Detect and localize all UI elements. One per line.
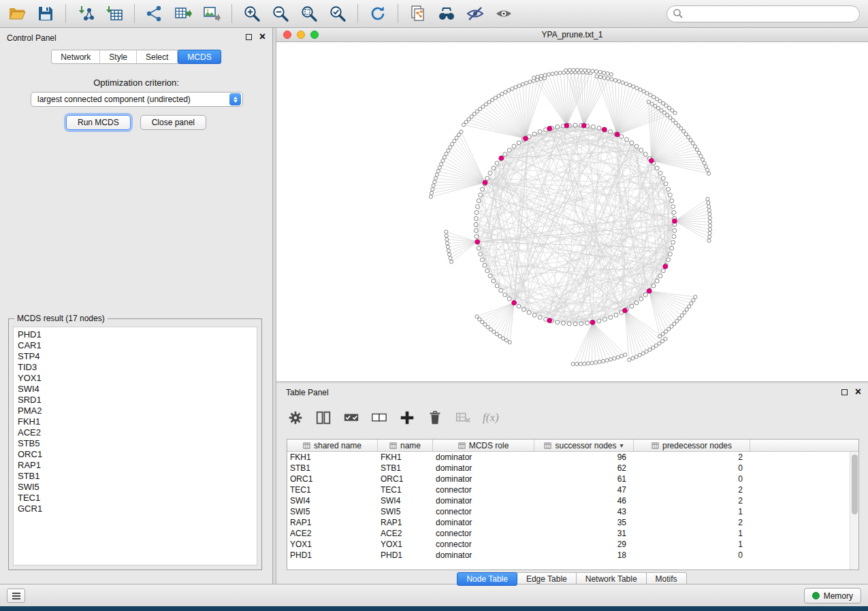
hide-graphics-details-icon[interactable] [466,5,484,22]
column-header-predecessor-nodes[interactable]: predecessor nodes [634,440,750,451]
cell-successor-nodes: 47 [534,484,634,495]
show-panels-button[interactable] [7,589,25,603]
column-header-successor-nodes[interactable]: successor nodes▾ [534,440,634,451]
table-row[interactable]: SWI4 SWI4 dominator 46 2 [287,495,858,506]
mcds-result-item[interactable]: SWI4 [14,384,257,395]
mcds-result-list: PHD1CAR1STP4TID3YOX1SWI4SRD1PMA2FKH1ACE2… [13,327,257,565]
panels-list-icon [12,593,20,599]
table-row[interactable]: YOX1 YOX1 connector 29 1 [287,539,858,550]
close-window-icon[interactable] [283,31,291,39]
table-body: FKH1 FKH1 dominator 96 2 STB1 STB1 domin… [287,452,858,561]
float-panel-icon[interactable] [246,34,252,40]
cell-shared-name: SWI5 [287,506,378,517]
toolbar-separator [134,4,135,23]
table-panel: Table Panel × f(x) shared name name MCDS… [276,383,868,584]
network-window-titlebar[interactable]: YPA_prune.txt_1 [276,28,868,42]
table-row[interactable]: ACE2 ACE2 connector 31 1 [287,528,858,539]
mcds-result-item[interactable]: SWI5 [14,482,257,493]
tab-mcds[interactable]: MCDS [178,50,221,64]
export-network-icon[interactable] [146,5,163,22]
table-row[interactable]: SWI5 SWI5 connector 43 1 [287,506,858,517]
column-header-name[interactable]: name [378,440,433,451]
cell-filler [750,528,858,539]
export-table-icon[interactable] [174,5,192,22]
function-builder-icon[interactable]: f(x) [483,411,499,425]
column-grid-icon [389,442,397,449]
cell-mcds-role: dominator [433,495,534,506]
mcds-result-item[interactable]: STP4 [14,351,257,362]
cell-successor-nodes: 61 [534,474,634,484]
column-header-mcds-role[interactable]: MCDS role [433,440,534,451]
mcds-result-item[interactable]: SRD1 [14,395,257,406]
mcds-result-item[interactable]: FKH1 [14,416,257,427]
cell-filler [750,484,858,495]
delete-columns-icon[interactable] [455,410,471,426]
mcds-result-item[interactable]: ORC1 [14,449,257,460]
close-panel-button[interactable]: Close panel [140,115,206,130]
table-row[interactable]: TEC1 TEC1 connector 47 2 [287,484,858,495]
mcds-result-item[interactable]: YOX1 [14,373,257,384]
cell-shared-name: ORC1 [287,474,378,484]
export-image-icon[interactable] [203,5,221,22]
mcds-result-item[interactable]: STB5 [14,438,257,449]
mcds-result-item[interactable]: PMA2 [14,406,257,416]
import-table-icon[interactable] [106,5,123,22]
tab-network[interactable]: Network [52,50,100,63]
mcds-result-item[interactable]: GCR1 [14,503,257,514]
unselect-all-icon[interactable] [371,410,387,426]
table-row[interactable]: FKH1 FKH1 dominator 96 2 [287,452,858,463]
cell-successor-nodes: 35 [534,517,634,528]
mcds-result-item[interactable]: ACE2 [14,427,257,438]
refresh-layout-icon[interactable] [369,5,387,22]
cell-name: TEC1 [378,484,433,495]
network-graph[interactable] [276,42,868,380]
search-box[interactable] [666,5,860,22]
cell-successor-nodes: 62 [534,463,634,474]
mcds-result-item[interactable]: STB1 [14,471,257,482]
tab-select[interactable]: Select [137,50,178,63]
minimize-window-icon[interactable] [297,31,305,39]
mcds-result-item[interactable]: TEC1 [14,493,257,503]
run-mcds-button[interactable]: Run MCDS [66,115,131,130]
float-panel-icon[interactable] [841,389,848,395]
add-row-icon[interactable] [399,410,415,426]
mcds-result-item[interactable]: TID3 [14,362,257,373]
import-network-icon[interactable] [77,5,95,22]
zoom-fit-icon[interactable] [300,5,318,22]
maximize-window-icon[interactable] [310,31,319,39]
column-header-shared-name[interactable]: shared name [287,440,378,451]
table-row[interactable]: STB1 STB1 dominator 62 0 [287,463,858,474]
scrollbar-thumb[interactable] [852,455,858,514]
close-panel-icon[interactable]: × [855,389,861,395]
settings-gear-icon[interactable] [287,410,304,426]
mcds-result-item[interactable]: CAR1 [14,340,257,351]
save-session-icon[interactable] [37,5,54,22]
show-columns-icon[interactable] [315,410,332,426]
search-input[interactable] [687,9,854,18]
clone-network-icon[interactable] [409,5,427,22]
table-row[interactable]: PHD1 PHD1 dominator 18 0 [287,550,858,561]
cell-predecessor-nodes: 0 [634,463,750,474]
node-table: shared name name MCDS role successor nod… [287,439,859,570]
table-scrollbar[interactable] [850,452,858,569]
cell-filler [750,463,858,474]
memory-button[interactable]: Memory [804,588,861,604]
close-panel-icon[interactable]: × [259,33,266,40]
zoom-selected-icon[interactable] [329,5,347,22]
find-icon[interactable] [438,5,455,22]
table-panel-window-buttons: × [841,389,861,395]
delete-rows-icon[interactable] [427,410,443,426]
tab-node-table[interactable]: Node Table [457,572,517,586]
tab-style[interactable]: Style [100,50,137,63]
zoom-out-icon[interactable] [272,5,289,22]
zoom-in-icon[interactable] [243,5,261,22]
select-all-icon[interactable] [343,410,359,426]
network-canvas[interactable] [276,42,868,380]
open-session-icon[interactable] [8,5,26,22]
criterion-select[interactable]: largest connected component (undirected) [31,92,243,107]
birdseye-view-icon[interactable] [495,5,513,22]
table-row[interactable]: RAP1 RAP1 dominator 35 2 [287,517,858,528]
mcds-result-item[interactable]: RAP1 [14,460,257,471]
table-row[interactable]: ORC1 ORC1 dominator 61 0 [287,474,858,484]
mcds-result-item[interactable]: PHD1 [14,329,257,340]
